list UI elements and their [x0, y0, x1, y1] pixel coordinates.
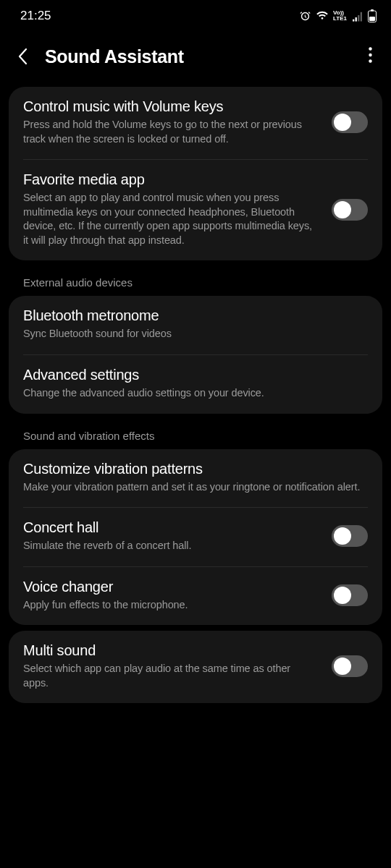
item-desc: Select which app can play audio at the s…	[23, 662, 317, 690]
volte-icon: Vo))LTE1	[333, 10, 347, 22]
item-desc: Press and hold the Volume keys to go to …	[23, 118, 317, 146]
svg-point-4	[369, 54, 371, 56]
wifi-icon	[316, 10, 329, 22]
section-sound-effects: Sound and vibration effects	[9, 414, 382, 449]
toggle-multi-sound[interactable]	[332, 655, 368, 677]
section-external-audio: External audio devices	[9, 260, 382, 296]
item-advanced-settings[interactable]: Advanced settings Change the advanced au…	[9, 355, 382, 414]
item-title: Voice changer	[23, 579, 317, 595]
toggle-voice-changer[interactable]	[332, 584, 368, 606]
toggle-favorite-media[interactable]	[332, 199, 368, 221]
item-title: Customize vibration patterns	[23, 461, 368, 477]
item-title: Multi sound	[23, 642, 317, 659]
item-desc: Simulate the reverb of a concert hall.	[23, 539, 317, 553]
item-voice-changer[interactable]: Voice changer Apply fun effects to the m…	[9, 567, 382, 626]
alarm-icon	[299, 10, 311, 22]
page-title: Sound Assistant	[45, 46, 351, 67]
item-title: Concert hall	[23, 519, 317, 536]
status-bar: 21:25 Vo))LTE1	[0, 0, 391, 29]
status-time: 21:25	[20, 9, 51, 23]
more-button[interactable]	[363, 44, 378, 69]
item-desc: Make your vibration pattern and set it a…	[23, 480, 368, 495]
item-title: Control music with Volume keys	[23, 98, 317, 115]
item-multi-sound[interactable]: Multi sound Select which app can play au…	[9, 631, 382, 703]
battery-icon	[368, 9, 377, 22]
item-desc: Select an app to play and control music …	[23, 191, 317, 247]
status-icons: Vo))LTE1	[299, 9, 377, 22]
item-title: Favorite media app	[23, 171, 317, 188]
item-title: Bluetooth metronome	[23, 307, 368, 324]
item-desc: Apply fun effects to the microphone.	[23, 598, 317, 613]
item-concert-hall[interactable]: Concert hall Simulate the reverb of a co…	[9, 508, 382, 566]
back-button[interactable]	[13, 43, 33, 69]
svg-point-3	[369, 47, 371, 50]
svg-point-5	[369, 59, 371, 62]
signal-icon	[351, 10, 363, 22]
item-bluetooth-metronome[interactable]: Bluetooth metronome Sync Bluetooth sound…	[9, 296, 382, 354]
toggle-volume-keys[interactable]	[332, 111, 368, 133]
page-header: Sound Assistant	[0, 29, 391, 87]
svg-rect-2	[369, 17, 375, 21]
svg-rect-1	[371, 9, 374, 12]
item-vibration-patterns[interactable]: Customize vibration patterns Make your v…	[9, 449, 382, 508]
item-title: Advanced settings	[23, 367, 368, 383]
item-desc: Change the advanced audio settings on yo…	[23, 386, 368, 401]
toggle-concert-hall[interactable]	[332, 525, 368, 547]
item-desc: Sync Bluetooth sound for videos	[23, 327, 368, 341]
item-favorite-media[interactable]: Favorite media app Select an app to play…	[9, 160, 382, 260]
item-volume-keys[interactable]: Control music with Volume keys Press and…	[9, 87, 382, 159]
